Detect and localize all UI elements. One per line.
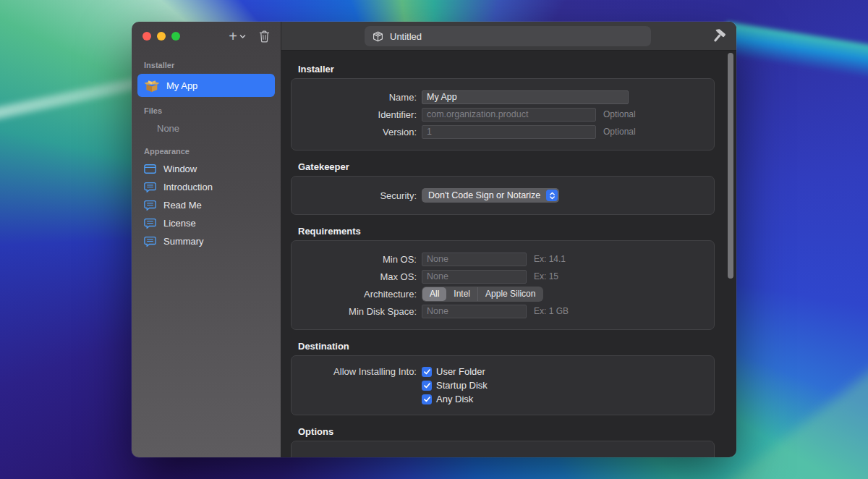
min-disk-input[interactable] <box>422 305 527 318</box>
max-os-label: Max OS: <box>292 271 417 282</box>
allow-installing-label: Allow Installing Into: <box>292 366 417 377</box>
sidebar-item-label: None <box>157 123 179 134</box>
name-input[interactable] <box>422 90 629 104</box>
max-os-input[interactable] <box>422 270 527 284</box>
version-input[interactable] <box>422 125 596 139</box>
segment-all[interactable]: All <box>422 287 446 301</box>
section-header-requirements: Requirements <box>298 226 715 237</box>
sidebar-item-summary[interactable]: Summary <box>137 232 275 250</box>
name-label: Name: <box>292 92 417 103</box>
sidebar-item-label: License <box>163 218 196 229</box>
speech-bubble-icon <box>144 219 156 229</box>
minimize-button[interactable] <box>157 32 166 41</box>
speech-bubble-icon <box>144 182 156 192</box>
sidebar-item-read-me[interactable]: Read Me <box>137 196 275 214</box>
section-header-options: Options <box>298 426 715 437</box>
requirements-box: Min OS: Ex: 14.1 Max OS: Ex: 15 Architec… <box>291 240 715 330</box>
sidebar-section-files: Files <box>144 106 275 115</box>
sidebar-item-label: Summary <box>163 236 204 247</box>
min-os-hint: Ex: 14.1 <box>534 254 566 264</box>
sidebar-item-files-none[interactable]: None <box>137 119 275 137</box>
checkbox-any-disk[interactable] <box>422 394 432 404</box>
scrollbar[interactable] <box>728 53 733 279</box>
options-box <box>291 441 715 457</box>
main-pane: Untitled Installer Name: <box>281 22 736 457</box>
architecture-label: Architecture: <box>292 289 417 300</box>
document-title: Untitled <box>390 31 422 42</box>
min-disk-label: Min Disk Space: <box>292 306 417 317</box>
settings-panel: Installer Name: Identifier: Optional <box>281 51 736 457</box>
package-box-icon <box>144 79 160 93</box>
sidebar-section-appearance: Appearance <box>144 147 275 156</box>
identifier-input[interactable] <box>422 108 596 122</box>
toolbar: Untitled <box>281 22 736 51</box>
checkbox-startup-disk[interactable] <box>422 381 432 391</box>
security-label: Security: <box>292 190 417 201</box>
sidebar-item-my-app[interactable]: My App <box>137 74 275 97</box>
trash-icon <box>259 30 270 43</box>
sidebar-header: + <box>132 22 281 51</box>
window-controls <box>142 32 180 41</box>
sidebar-item-label: Window <box>163 164 197 174</box>
sidebar-item-label: Introduction <box>163 182 213 192</box>
section-header-destination: Destination <box>298 341 715 352</box>
document-title-field[interactable]: Untitled <box>365 26 651 46</box>
sidebar-section-installer: Installer <box>144 61 275 69</box>
sidebar: + Installer <box>132 22 281 457</box>
sidebar-item-license[interactable]: License <box>137 214 275 232</box>
check-icon <box>424 397 430 402</box>
package-cube-icon <box>373 31 383 42</box>
speech-bubble-icon <box>144 200 156 211</box>
popup-chevrons-icon <box>546 190 558 201</box>
trash-button[interactable] <box>259 30 270 43</box>
speech-bubble-icon <box>144 237 156 247</box>
section-header-installer: Installer <box>298 64 715 75</box>
gatekeeper-box: Security: Don't Code Sign or Notarize <box>291 176 715 215</box>
chevron-down-icon <box>239 34 246 39</box>
app-window: + Installer <box>132 22 736 457</box>
sidebar-item-introduction[interactable]: Introduction <box>137 178 275 196</box>
checkbox-user-folder[interactable] <box>422 367 432 377</box>
sidebar-item-label: My App <box>166 80 197 91</box>
checkbox-label[interactable]: User Folder <box>436 366 485 377</box>
section-header-gatekeeper: Gatekeeper <box>298 161 715 172</box>
installer-box: Name: Identifier: Optional Version: <box>291 78 715 151</box>
architecture-segmented-control: All Intel Apple Silicon <box>422 287 543 302</box>
add-icon: + <box>229 30 237 43</box>
segment-apple-silicon[interactable]: Apple Silicon <box>477 287 542 301</box>
build-button[interactable] <box>711 29 726 44</box>
close-button[interactable] <box>142 32 151 41</box>
max-os-hint: Ex: 15 <box>534 271 558 281</box>
min-os-input[interactable] <box>422 253 527 266</box>
min-disk-hint: Ex: 1 GB <box>534 306 569 316</box>
version-label: Version: <box>292 127 417 137</box>
wallpaper-teal-band <box>722 336 868 479</box>
check-icon <box>424 369 430 375</box>
checkbox-label[interactable]: Startup Disk <box>436 380 488 391</box>
zoom-button[interactable] <box>171 32 180 41</box>
add-button[interactable]: + <box>229 30 246 43</box>
version-hint: Optional <box>603 127 636 137</box>
destination-box: Allow Installing Into: User Folder <box>291 355 715 415</box>
sidebar-item-window[interactable]: Window <box>137 160 275 178</box>
segment-intel[interactable]: Intel <box>446 287 477 301</box>
identifier-label: Identifier: <box>292 109 417 120</box>
security-popup[interactable]: Don't Code Sign or Notarize <box>422 188 559 203</box>
identifier-hint: Optional <box>603 109 636 119</box>
sidebar-list: Installer My App Files None <box>132 51 281 250</box>
security-popup-value: Don't Code Sign or Notarize <box>428 190 540 200</box>
sidebar-item-label: Read Me <box>163 200 202 211</box>
wallpaper-cyan-streak <box>722 22 868 86</box>
checkbox-label[interactable]: Any Disk <box>436 394 473 404</box>
window-icon <box>144 164 156 174</box>
hammer-icon <box>711 29 726 44</box>
min-os-label: Min OS: <box>292 254 417 265</box>
check-icon <box>424 383 430 389</box>
